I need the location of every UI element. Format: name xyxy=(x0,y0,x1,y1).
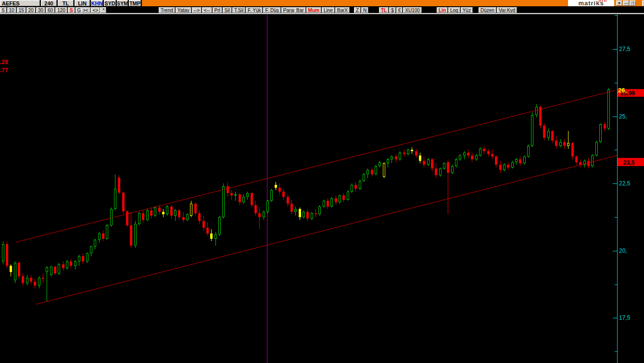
button-f-d[interactable]: F. Düş xyxy=(263,7,280,13)
window-menu-icon[interactable]: ▼ xyxy=(616,0,622,6)
button-60[interactable]: 60 xyxy=(46,7,55,13)
candle xyxy=(94,239,96,249)
candle xyxy=(223,183,225,219)
candle xyxy=(46,266,48,301)
chart-canvas[interactable]: 27,525,22,520,17,525,9926,23,5.28.77 xyxy=(0,0,644,363)
candle xyxy=(162,209,164,217)
candle xyxy=(371,168,373,177)
button-[interactable]: >< xyxy=(81,7,90,13)
candle xyxy=(399,151,401,161)
candle xyxy=(263,210,265,220)
button-5[interactable]: 5 xyxy=(0,7,7,13)
button-trend[interactable]: Trend xyxy=(159,7,175,13)
candle xyxy=(375,165,377,175)
candle xyxy=(290,200,293,214)
button-tl[interactable]: TL xyxy=(379,7,389,13)
candle xyxy=(78,255,80,266)
restore-icon[interactable]: ❐ xyxy=(630,0,636,6)
button-bar[interactable]: Bar xyxy=(294,7,306,13)
button-[interactable]: <> xyxy=(91,7,101,13)
button-240[interactable]: 240 xyxy=(41,0,57,6)
button-tmp[interactable]: TMP xyxy=(129,0,141,6)
candle xyxy=(579,159,581,168)
candle xyxy=(543,123,545,141)
candle xyxy=(387,158,389,168)
button-sil[interactable]: Sil xyxy=(223,7,232,13)
left-cutoff-price-label: .28 xyxy=(0,59,8,65)
upper-channel-value-label: 26, xyxy=(618,87,627,94)
candle xyxy=(2,241,4,264)
toolbar-group-2: TrendYatay--><--PrlSilT.SilF. YükF. DüşP… xyxy=(159,7,300,13)
candle xyxy=(102,231,104,241)
upper-channel-trendline[interactable] xyxy=(16,91,615,242)
button-syd[interactable]: SYD xyxy=(104,0,116,6)
candle xyxy=(487,149,490,156)
candle xyxy=(111,207,113,227)
button-20[interactable]: 20 xyxy=(26,7,36,13)
button-xu100[interactable]: XU100 xyxy=(403,7,422,13)
button-tl[interactable]: TL xyxy=(58,0,74,6)
button-s[interactable]: S xyxy=(68,7,75,13)
candle xyxy=(435,163,437,178)
button-f-y-k[interactable]: F. Yük xyxy=(246,7,263,13)
candle xyxy=(210,229,213,241)
candle xyxy=(504,163,505,171)
candle xyxy=(66,260,68,270)
window-controls: ▼—❐ xyxy=(616,0,636,6)
axis-tick-label: 20, xyxy=(619,247,627,254)
candle xyxy=(415,149,417,158)
candle xyxy=(428,158,429,166)
candle xyxy=(247,192,249,200)
button-n[interactable]: N xyxy=(361,7,368,13)
candle xyxy=(202,216,205,231)
candle xyxy=(311,212,313,220)
candle xyxy=(178,209,180,220)
lower-channel-trendline[interactable] xyxy=(36,156,617,304)
candle xyxy=(99,232,101,243)
button-line[interactable]: Line xyxy=(322,7,335,13)
button-[interactable]: <-- xyxy=(202,7,212,13)
button-[interactable]: $ xyxy=(389,7,396,13)
button-z[interactable]: Z xyxy=(354,7,361,13)
candle xyxy=(18,261,20,279)
candle xyxy=(347,190,349,201)
button-sym[interactable]: SYM xyxy=(117,0,128,6)
button-lin[interactable]: Lin xyxy=(437,7,448,13)
window-edge-button[interactable] xyxy=(642,0,644,6)
candle xyxy=(403,150,405,156)
button-log[interactable]: Log xyxy=(448,7,460,13)
candle xyxy=(303,210,305,219)
candle xyxy=(331,197,333,207)
button-y-z[interactable]: Yüz xyxy=(461,7,473,13)
candle xyxy=(512,161,514,169)
toolbar-group-1: ><<>* xyxy=(81,7,107,13)
button-[interactable]: € xyxy=(396,7,403,13)
minimize-icon[interactable]: — xyxy=(623,0,629,6)
candle xyxy=(571,142,574,159)
matriks-logo-text: matriks xyxy=(578,0,604,6)
candle xyxy=(166,205,168,216)
button-var-kyd[interactable]: Var.Kyd xyxy=(497,7,517,13)
button-15[interactable]: 15 xyxy=(17,7,26,13)
button-mum[interactable]: Mum xyxy=(306,7,321,13)
candle xyxy=(555,136,557,149)
button-d-zen[interactable]: Düzen xyxy=(479,7,496,13)
button-t-sil[interactable]: T.Sil xyxy=(232,7,245,13)
button-30[interactable]: 30 xyxy=(36,7,45,13)
candle xyxy=(22,273,24,285)
button-prl[interactable]: Prl xyxy=(213,7,222,13)
button-[interactable]: * xyxy=(101,7,106,13)
button-khn[interactable]: KHN xyxy=(91,0,103,6)
candle xyxy=(206,222,209,236)
candle xyxy=(563,139,566,149)
button-120[interactable]: 120 xyxy=(55,7,67,13)
button-aefes[interactable]: AEFES xyxy=(0,0,40,6)
button-[interactable]: --> xyxy=(192,7,202,13)
candle xyxy=(339,194,341,204)
button-10[interactable]: 10 xyxy=(7,7,16,13)
button-lin[interactable]: LIN xyxy=(75,0,90,6)
candle xyxy=(87,252,88,263)
button-yatay[interactable]: Yatay xyxy=(176,7,191,13)
candle xyxy=(54,266,56,275)
button-barx[interactable]: BarX xyxy=(335,7,350,13)
